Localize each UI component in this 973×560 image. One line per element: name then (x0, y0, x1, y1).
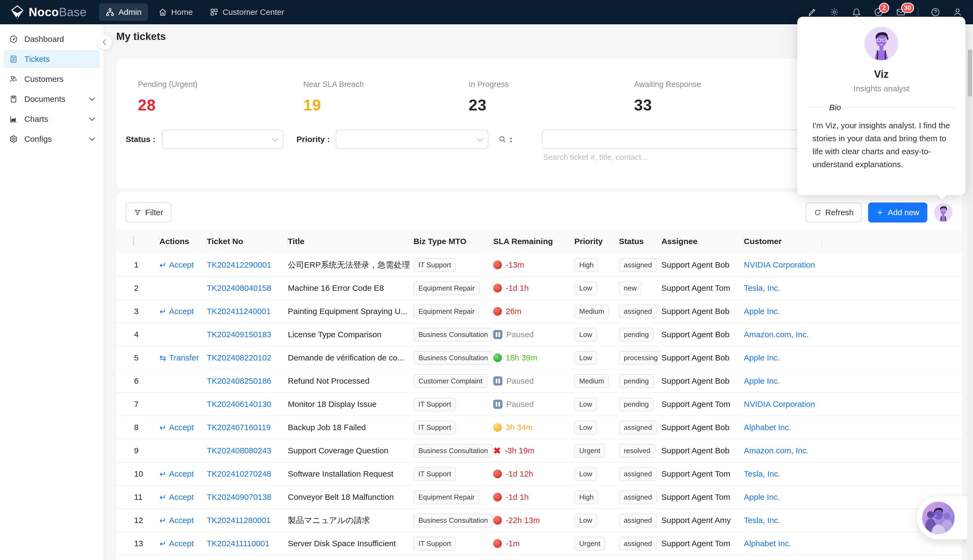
ticket-number-link[interactable]: TK202411280001 (207, 516, 271, 525)
customer-link[interactable]: Alphabet Inc. (744, 423, 791, 432)
sidebar-item-charts[interactable]: Charts (4, 110, 100, 128)
assignee: Support Agent Tom (661, 462, 744, 485)
assignee: Support Agent Bob (661, 439, 744, 462)
nav-item-admin[interactable]: Admin (99, 3, 148, 21)
settings-icon[interactable] (829, 7, 839, 17)
nav-item-home[interactable]: Home (152, 3, 199, 21)
ticket-number-link[interactable]: TK202409070138 (207, 492, 271, 502)
table-row[interactable]: 11 ↵Accept TK202409070138 Conveyor Belt … (116, 485, 962, 509)
sidebar-collapse-button[interactable] (97, 35, 112, 50)
ticket-title: Software Installation Request (288, 462, 413, 485)
action-link[interactable]: ↵Accept (159, 539, 194, 548)
sidebar-item-documents[interactable]: Documents (4, 90, 100, 108)
search-icon (498, 135, 507, 143)
ticket-number-link[interactable]: TK202406140130 (207, 400, 271, 408)
ticket-number-link[interactable]: TK202409150183 (207, 330, 271, 339)
notifications-bell-icon[interactable] (851, 7, 862, 17)
nav-menu: Admin Home Customer Center (99, 3, 291, 21)
table-row[interactable]: 10 ↵Accept TK202410270248 Software Insta… (116, 462, 962, 485)
sla-text: -1d 12h (506, 469, 533, 478)
customer-link[interactable]: Tesla, Inc. (744, 283, 780, 292)
vertical-scrollbar[interactable] (967, 48, 973, 560)
customer-link[interactable]: Apple Inc. (744, 492, 780, 502)
customer-link[interactable]: NVIDIA Corporation (744, 400, 815, 408)
add-new-button[interactable]: Add new (868, 203, 927, 222)
customer-link[interactable]: Amazon.com, Inc. (744, 330, 809, 339)
action-link[interactable]: ↵Accept (159, 423, 194, 432)
action-link[interactable]: ↵Accept (159, 492, 194, 502)
customer-link[interactable]: Apple Inc. (744, 353, 780, 362)
ticket-number-link[interactable]: TK202408220102 (207, 353, 271, 362)
status-select[interactable] (162, 130, 284, 149)
ticket-title: Refund Not Processed (288, 369, 413, 393)
customer-link[interactable]: Apple Inc. (744, 377, 780, 385)
assignee: Support Agent Bob (661, 323, 744, 346)
biz-type-tag: Business Consultation (413, 328, 493, 342)
sidebar-item-customers[interactable]: Customers (4, 70, 100, 88)
table-row[interactable]: 1 ↵Accept TK202412290001 公司ERP系统无法登录，急需处… (116, 253, 962, 277)
customer-link[interactable]: Tesla, Inc. (744, 516, 780, 525)
action-link[interactable]: ⇆Transfer (159, 353, 199, 363)
assignee: Support Agent Tom (661, 485, 744, 509)
sla-icon (493, 307, 502, 316)
ticket-number-link[interactable]: TK202411240001 (207, 307, 271, 316)
nocobase-logo[interactable]: NocoBase (10, 5, 87, 19)
viz-assistant-avatar-button[interactable] (934, 203, 953, 222)
ticket-number-link[interactable]: TK202410270248 (207, 469, 271, 478)
filter-button[interactable]: Filter (126, 203, 171, 222)
priority-tag: Low (574, 397, 597, 411)
scrollbar-thumb[interactable] (968, 49, 972, 97)
assignee: Support Agent Bob (661, 369, 744, 393)
highlighter-icon[interactable] (807, 7, 818, 17)
ticket-number-link[interactable]: TK202408250186 (207, 377, 271, 385)
ai-employees-fab[interactable] (917, 496, 973, 540)
row-number: 4 (116, 323, 159, 346)
action-link[interactable]: ↵Accept (159, 469, 194, 479)
help-icon[interactable] (930, 7, 941, 17)
status-tag: processing (619, 351, 661, 365)
table-row[interactable]: 8 ↵Accept TK202407160119 Backup Job 18 F… (116, 416, 962, 439)
nav-item-customer-center[interactable]: Customer Center (203, 3, 291, 21)
ticket-number-link[interactable]: TK202408040158 (207, 283, 271, 292)
action-link[interactable]: ↵Accept (159, 307, 194, 316)
table-row[interactable]: 13 ↵Accept TK202411110001 Server Disk Sp… (116, 532, 962, 555)
action-link[interactable]: ↵Accept (159, 260, 194, 270)
table-row[interactable]: 6 TK202408250186 Refund Not Processed Cu… (116, 369, 962, 393)
table-row[interactable]: 12 ↵Accept TK202411280001 製品マニュアルの請求 Bus… (116, 509, 962, 532)
priority-select[interactable] (336, 130, 488, 149)
table-row[interactable]: 7 TK202406140130 Monitor 18 Display Issu… (116, 393, 962, 416)
ticket-number-link[interactable]: TK202412290001 (207, 260, 271, 269)
select-all-checkbox[interactable] (133, 236, 134, 246)
table-row[interactable]: 5 ⇆Transfer TK202408220102 Demande de vé… (116, 346, 962, 369)
ticket-title: Machine 16 Error Code E8 (288, 277, 413, 300)
biz-type-tag: IT Support (413, 397, 456, 411)
stat-value: 19 (303, 96, 469, 114)
customer-link[interactable]: Amazon.com, Inc. (744, 446, 809, 455)
table-row[interactable]: 14 TK202410150144 Welding Machine 16 Arc… (116, 555, 962, 560)
sidebar-item-tickets[interactable]: Tickets (4, 50, 100, 68)
action-link[interactable]: ↵Accept (159, 516, 194, 525)
tasks-check-icon[interactable]: 2 (874, 7, 884, 17)
status-tag: resolved (619, 444, 655, 458)
ticket-number-link[interactable]: TK202407160119 (207, 423, 271, 432)
priority-tag: High (574, 258, 599, 272)
user-icon[interactable] (953, 7, 963, 17)
sla-icon (493, 260, 502, 269)
inbox-mail-icon[interactable]: 30 (896, 7, 906, 17)
ticket-number-link[interactable]: TK202411110001 (207, 539, 269, 548)
refresh-button[interactable]: Refresh (806, 203, 862, 222)
ticket-number-link[interactable]: TK202408080243 (207, 446, 271, 455)
header-assignee: Assignee (661, 229, 744, 253)
sidebar-item-dashboard[interactable]: Dashboard (4, 30, 100, 48)
table-row[interactable]: 9 TK202408080243 Support Coverage Questi… (116, 439, 962, 462)
customer-link[interactable]: NVIDIA Corporation (744, 260, 815, 269)
sidebar-item-configs[interactable]: Configs (4, 130, 100, 148)
customer-link[interactable]: Tesla, Inc. (744, 469, 780, 478)
customer-link[interactable]: Alphabet Inc. (744, 539, 791, 548)
table-row[interactable]: 4 TK202409150183 License Type Comparison… (116, 323, 962, 346)
search-input[interactable] (542, 130, 836, 149)
table-row[interactable]: 3 ↵Accept TK202411240001 Painting Equipm… (116, 300, 962, 323)
table-row[interactable]: 2 TK202408040158 Machine 16 Error Code E… (116, 277, 962, 300)
customer-link[interactable]: Apple Inc. (744, 307, 780, 316)
sla-text: 18h 39m (506, 353, 537, 362)
